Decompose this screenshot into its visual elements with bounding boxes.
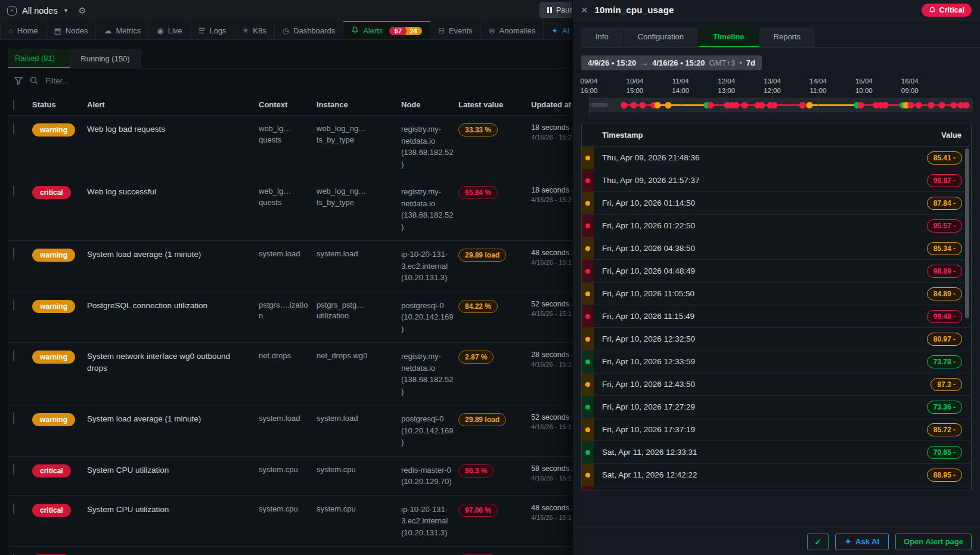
alert-node[interactable]: registry.my-netdata.io (138.68.182.52) — [401, 186, 458, 232]
event-row[interactable] — [582, 486, 971, 491]
panel-tab-info[interactable]: Info — [581, 27, 624, 47]
nav-tab-logs[interactable]: ☰Logs — [191, 21, 235, 39]
gear-icon[interactable]: ⚙ — [78, 5, 86, 16]
event-row[interactable]: Fri, Apr 10, 2026 04:38:5085.34 - — [582, 237, 971, 259]
filter-input[interactable]: Filter... — [45, 76, 69, 85]
event-row[interactable]: Fri, Apr 10, 2026 12:32:5080.97 - — [582, 327, 971, 350]
timeline-event-dot[interactable] — [907, 102, 914, 108]
timeline-event-dot[interactable] — [857, 102, 864, 108]
node-scope-selector[interactable]: All nodes ▾ — [7, 6, 67, 15]
row-checkbox[interactable] — [13, 299, 14, 311]
timeline-event-dot[interactable] — [707, 102, 714, 108]
select-all-checkbox[interactable] — [13, 100, 14, 110]
event-row[interactable]: Fri, Apr 10, 2026 01:14:5087.84 - — [582, 191, 971, 214]
timeline-event-dot[interactable] — [631, 102, 637, 108]
date-range-pill[interactable]: 4/9/26 • 15:20 → 4/16/26 • 15:20 GMT+3 •… — [581, 55, 762, 70]
events-scrollbar[interactable] — [965, 148, 969, 318]
alert-name[interactable]: Web log bad requests — [87, 123, 259, 135]
panel-tab-reports[interactable]: Reports — [759, 27, 816, 47]
event-row[interactable]: Fri, Apr 10, 2026 17:37:1985.72 - — [582, 418, 971, 441]
tab-raised[interactable]: Raised (81) — [0, 49, 70, 68]
nav-tab-home[interactable]: ⌂Home — [0, 21, 46, 39]
col-status: Status — [27, 100, 87, 109]
timeline-strip[interactable] — [589, 98, 973, 112]
timeline-event-dot[interactable] — [807, 102, 813, 108]
alert-name[interactable]: System load average (1 minute) — [87, 249, 259, 261]
event-row[interactable]: Sat, Apr 11, 2026 12:33:3170.65 - — [582, 441, 971, 463]
filter-funnel-icon[interactable] — [14, 76, 23, 85]
alert-name[interactable]: System network interface wg0 outbound dr… — [87, 351, 259, 374]
dashboards-icon: ◷ — [283, 26, 289, 35]
nav-tab-k8s[interactable]: ✳K8s — [234, 21, 274, 39]
alert-node[interactable]: ip-10-20-131-3.ec2.internal (10.20.131.3… — [401, 249, 458, 284]
row-checkbox[interactable] — [13, 464, 14, 475]
tab-running[interactable]: Running (150) — [70, 49, 141, 68]
row-checkbox[interactable] — [13, 413, 14, 424]
event-row[interactable]: Fri, Apr 10, 2026 11:15:4999.48 - — [582, 305, 971, 327]
event-row[interactable]: Fri, Apr 10, 2026 04:48:4998.89 - — [582, 259, 971, 282]
timeline-event-dot[interactable] — [950, 102, 957, 108]
timeline-event-dot[interactable] — [742, 102, 748, 108]
nav-tab-nodes[interactable]: ▤Nodes — [46, 21, 97, 39]
row-checkbox[interactable] — [13, 185, 14, 197]
panel-tab-configuration[interactable]: Configuration — [624, 27, 699, 47]
timeline-chart[interactable]: 09/0416:0010/0415:0011/0414:0012/0413:00… — [589, 76, 973, 116]
acknowledge-button[interactable]: ✓ — [807, 534, 829, 550]
alert-node[interactable]: registry.my-netdata.io (138.68.182.52) — [401, 123, 458, 170]
nav-tab-anomalies[interactable]: ⊚Anomalies — [481, 21, 544, 39]
nav-tab-events[interactable]: ⊟Events — [430, 21, 481, 39]
event-row[interactable]: Fri, Apr 10, 2026 12:43:5087.3 - — [582, 373, 971, 395]
nav-tab-live[interactable]: ◉Live — [149, 21, 190, 39]
status-badge[interactable]: Critical — [922, 4, 972, 17]
timeline-event-dot[interactable] — [928, 102, 934, 108]
alert-name[interactable]: Web log successful — [87, 186, 259, 198]
timeline-event-dot[interactable] — [639, 102, 646, 108]
check-icon: ✓ — [814, 537, 821, 547]
severity-badge: warning — [32, 123, 75, 137]
alert-name[interactable]: System load average (1 minute) — [87, 413, 259, 425]
event-row[interactable]: Fri, Apr 10, 2026 01:22:5095.57 - — [582, 214, 971, 237]
alert-name[interactable]: System CPU utilization — [87, 464, 259, 476]
alert-instance: system.load — [317, 413, 401, 424]
nav-tab-alerts[interactable]: Alerts5724 — [343, 21, 430, 39]
alert-node[interactable]: postgresql-0 (10.20.142.169) — [401, 413, 458, 448]
nav-tab-metrics[interactable]: ☁Metrics — [96, 21, 149, 39]
event-row[interactable]: Thu, Apr 09, 2026 21:57:3796.87 - — [582, 169, 971, 191]
timeline-event-dot[interactable] — [758, 102, 765, 108]
event-value-pill: 84.89 - — [927, 287, 962, 300]
alert-node[interactable]: ip-10-20-131-3.ec2.internal (10.20.131.3… — [401, 504, 458, 539]
event-row[interactable]: Fri, Apr 10, 2026 17:27:2973.36 - — [582, 395, 971, 418]
pause-icon — [547, 7, 552, 13]
timeline-event-dot[interactable] — [882, 102, 889, 108]
timeline-event-dot[interactable] — [665, 102, 671, 108]
event-row[interactable]: Sat, Apr 11, 2026 12:42:2288.95 - — [582, 463, 971, 486]
panel-tab-timeline[interactable]: Timeline — [699, 27, 759, 47]
alert-node[interactable]: redis-master-0 (10.20.129.70) — [401, 464, 458, 488]
timeline-event-dot[interactable] — [939, 102, 945, 108]
timeline-event-dot[interactable] — [963, 102, 970, 108]
ask-ai-button[interactable]: ✦ Ask AI — [835, 534, 889, 550]
alert-node[interactable]: postgresql-0 (10.20.142.169) — [401, 300, 458, 335]
timeline-event-dot[interactable] — [916, 102, 922, 108]
row-checkbox[interactable] — [13, 123, 14, 134]
row-checkbox[interactable] — [13, 503, 14, 514]
live-icon: ◉ — [157, 26, 163, 35]
row-checkbox[interactable] — [13, 248, 14, 259]
timeline-event-dot[interactable] — [621, 102, 628, 108]
alert-node[interactable]: registry.my-netdata.io (138.68.182.52) — [401, 351, 458, 397]
alert-name[interactable]: PostgreSQL connection utilization — [87, 300, 259, 312]
close-icon[interactable]: × — [581, 5, 588, 15]
event-row[interactable]: Fri, Apr 10, 2026 11:05:5084.89 - — [582, 282, 971, 305]
row-checkbox[interactable] — [13, 350, 14, 361]
open-alert-page-button[interactable]: Open Alert page — [895, 534, 972, 550]
alert-name[interactable]: System CPU utilization — [87, 504, 259, 516]
severity-dot-icon — [585, 337, 590, 342]
timeline-event-dot[interactable] — [733, 102, 739, 108]
event-row[interactable]: Thu, Apr 09, 2026 21:48:3685.41 - — [582, 146, 971, 169]
event-row[interactable]: Fri, Apr 10, 2026 12:33:5973.78 - — [582, 350, 971, 373]
timeline-event-dot[interactable] — [799, 102, 806, 108]
range-window: 7d — [746, 58, 755, 67]
timeline-event-dot[interactable] — [654, 102, 660, 108]
event-value-pill: 87.84 - — [927, 197, 962, 210]
nav-tab-dashboards[interactable]: ◷Dashboards — [275, 21, 343, 39]
